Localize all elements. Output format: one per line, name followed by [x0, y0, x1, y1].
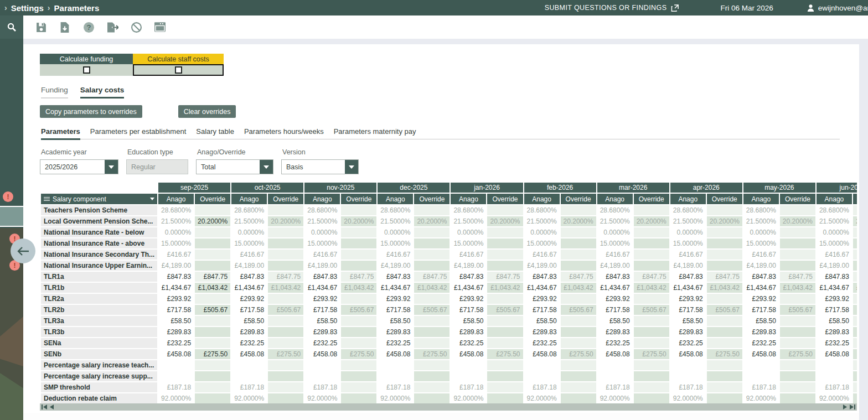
override-cell[interactable] [853, 393, 857, 403]
anago-cell[interactable] [231, 371, 267, 381]
submit-questions-link[interactable]: SUBMIT QUESTIONS OR FINDINGS [545, 4, 680, 12]
override-cell[interactable]: £505.67 [487, 305, 523, 315]
anago-cell[interactable]: 0.0000% [231, 227, 267, 237]
anago-cell[interactable]: £232.25 [670, 338, 706, 348]
override-cell[interactable] [341, 316, 376, 326]
chevron-down-icon[interactable] [150, 198, 154, 200]
override-cell[interactable] [195, 250, 230, 260]
anago-cell[interactable]: £1,434.67 [304, 283, 340, 293]
override-cell[interactable] [341, 371, 376, 381]
subtab-parameters[interactable]: Parameters [41, 127, 80, 140]
anago-cell[interactable] [817, 360, 852, 370]
override-cell[interactable] [195, 316, 230, 326]
override-cell[interactable] [268, 327, 303, 337]
override-cell[interactable] [487, 338, 523, 348]
override-cell[interactable] [268, 382, 303, 392]
anago-cell[interactable]: 15.0000% [231, 238, 267, 248]
anago-cell[interactable]: £847.83 [158, 272, 194, 282]
anago-cell[interactable] [378, 360, 413, 370]
override-cell[interactable]: £275.50 [268, 349, 303, 359]
override-cell[interactable] [780, 360, 815, 370]
override-cell[interactable] [195, 238, 230, 248]
anago-cell[interactable]: £847.83 [378, 272, 413, 282]
override-cell[interactable] [487, 227, 523, 237]
override-cell[interactable] [634, 238, 669, 248]
anago-cell[interactable]: £293.92 [158, 294, 194, 304]
override-cell[interactable] [195, 327, 230, 337]
override-cell[interactable]: £275.50 [414, 349, 450, 359]
override-cell[interactable] [268, 261, 303, 271]
anago-cell[interactable]: £1,434.67 [670, 283, 706, 293]
override-cell[interactable] [780, 393, 815, 403]
anago-cell[interactable]: £458.08 [158, 349, 194, 359]
override-cell[interactable] [341, 338, 376, 348]
override-cell[interactable]: £847.75 [853, 272, 857, 282]
override-cell[interactable] [853, 338, 857, 348]
override-cell[interactable] [561, 238, 596, 248]
anago-cell[interactable]: 0.0000% [158, 227, 194, 237]
anago-cell[interactable]: £416.67 [743, 250, 779, 260]
scroll-first-button[interactable] [42, 405, 47, 409]
subtab-salary-table[interactable]: Salary table [196, 127, 234, 139]
override-cell[interactable] [414, 261, 450, 271]
anago-cell[interactable]: 0.0000% [524, 227, 560, 237]
anago-cell[interactable] [451, 371, 486, 381]
override-cell[interactable]: £275.50 [853, 349, 857, 359]
override-cell[interactable]: £1,043.42 [414, 283, 450, 293]
anago-cell[interactable]: £293.92 [304, 294, 340, 304]
override-cell[interactable]: £505.67 [341, 305, 376, 315]
anago-cell[interactable]: £416.67 [817, 250, 852, 260]
menu-icon[interactable] [44, 196, 50, 202]
override-cell[interactable] [853, 371, 857, 381]
override-cell[interactable]: £505.67 [414, 305, 450, 315]
anago-cell[interactable]: 21.5000% [231, 216, 267, 226]
anago-cell[interactable]: £293.92 [231, 294, 267, 304]
anago-cell[interactable]: £416.67 [304, 250, 340, 260]
override-cell[interactable] [487, 371, 523, 381]
override-cell[interactable] [414, 360, 450, 370]
anago-cell[interactable]: £717.58 [597, 305, 633, 315]
anago-cell[interactable]: £232.25 [743, 338, 779, 348]
override-cell[interactable] [634, 316, 669, 326]
anago-cell[interactable]: £293.92 [524, 294, 560, 304]
anago-cell[interactable]: 28.6800% [670, 205, 706, 215]
override-cell[interactable] [341, 360, 376, 370]
anago-cell[interactable]: £187.18 [451, 382, 486, 392]
override-cell[interactable]: 20.2000% [707, 216, 742, 226]
override-cell[interactable] [780, 261, 815, 271]
anago-cell[interactable]: 92.0000% [158, 393, 194, 403]
anago-cell[interactable]: £58.50 [451, 316, 486, 326]
override-cell[interactable] [780, 316, 815, 326]
anago-cell[interactable]: £717.58 [743, 305, 779, 315]
override-cell[interactable] [414, 371, 450, 381]
override-cell[interactable]: £847.75 [561, 272, 596, 282]
help-button[interactable]: ? [82, 21, 95, 33]
override-cell[interactable] [268, 338, 303, 348]
anago-cell[interactable] [378, 371, 413, 381]
override-cell[interactable] [487, 238, 523, 248]
anago-cell[interactable] [597, 360, 633, 370]
salary-component-header[interactable]: Salary component [41, 194, 157, 204]
override-cell[interactable] [414, 238, 450, 248]
anago-cell[interactable]: £58.50 [597, 316, 633, 326]
anago-cell[interactable]: £293.92 [451, 294, 486, 304]
dropdown-arrow-icon[interactable] [260, 160, 273, 174]
anago-cell[interactable] [670, 360, 706, 370]
anago-cell[interactable]: £847.83 [304, 272, 340, 282]
anago-cell[interactable]: £187.18 [304, 382, 340, 392]
anago-cell[interactable]: 92.0000% [597, 393, 633, 403]
override-cell[interactable]: £275.50 [634, 349, 669, 359]
override-cell[interactable] [341, 393, 376, 403]
anago-cell[interactable]: £1,434.67 [451, 283, 486, 293]
anago-cell[interactable]: £458.08 [817, 349, 852, 359]
anago-cell[interactable] [524, 371, 560, 381]
anago-cell[interactable] [597, 371, 633, 381]
clear-overrides-button[interactable]: Clear overrides [178, 105, 236, 118]
anago-cell[interactable]: 28.6800% [304, 205, 340, 215]
anago-cell[interactable]: 0.0000% [743, 227, 779, 237]
override-cell[interactable] [414, 382, 450, 392]
override-cell[interactable] [487, 316, 523, 326]
anago-cell[interactable]: £4,189.00 [597, 261, 633, 271]
anago-cell[interactable]: 28.6800% [524, 205, 560, 215]
anago-cell[interactable]: £458.08 [378, 349, 413, 359]
